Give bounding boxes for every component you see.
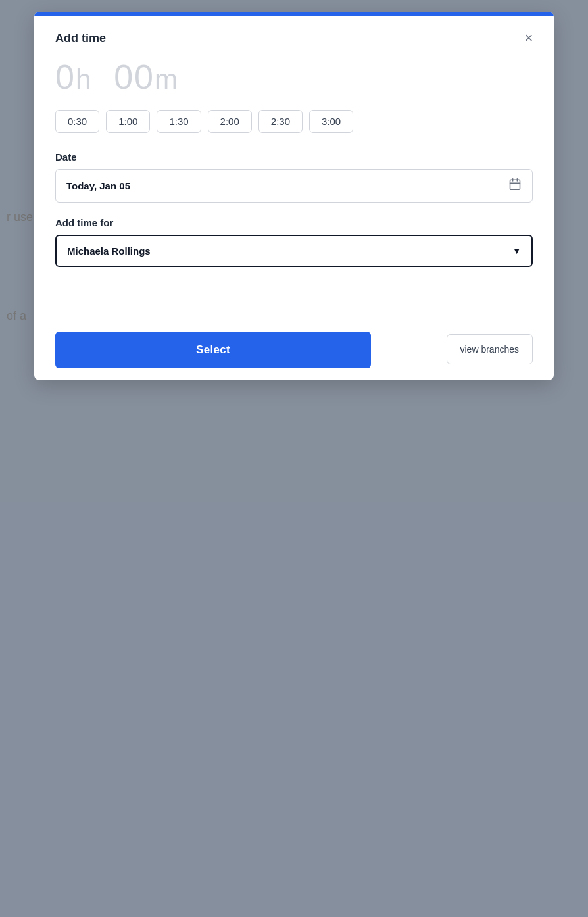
view-branches-button[interactable]: view branches [447,334,533,364]
date-field[interactable]: Today, Jan 05 [55,169,533,203]
select-button[interactable]: Select [55,332,371,368]
close-icon: × [525,30,533,47]
minutes-value: 00 [114,58,155,96]
modal-body: × Add time 0h 00m 0:30 1:00 1:30 2:00 2:… [34,16,554,380]
add-time-for-label: Add time for [55,217,533,228]
preset-130[interactable]: 1:30 [157,110,201,133]
date-value: Today, Jan 05 [66,180,130,191]
preset-200[interactable]: 2:00 [208,110,252,133]
modal-title: Add time [55,32,533,45]
add-time-modal: × Add time 0h 00m 0:30 1:00 1:30 2:00 2:… [34,12,554,380]
preset-230[interactable]: 2:30 [258,110,303,133]
preset-030[interactable]: 0:30 [55,110,99,133]
close-button[interactable]: × [517,26,541,50]
minutes-unit: m [155,64,179,95]
bg-text-of-a: of a [7,309,26,323]
date-section-label: Date [55,151,533,162]
user-dropdown[interactable]: Michaela Rollings ▼ [55,235,533,267]
svg-rect-0 [510,180,520,189]
preset-300[interactable]: 3:00 [309,110,353,133]
time-display: 0h 00m [55,57,533,97]
bg-text-use: r use [7,211,33,224]
preset-100[interactable]: 1:00 [106,110,150,133]
selected-user-text: Michaela Rollings [67,245,151,257]
hours-unit: h [76,64,92,95]
time-presets: 0:30 1:00 1:30 2:00 2:30 3:00 [55,110,533,133]
chevron-down-icon: ▼ [512,246,521,256]
calendar-icon [508,178,522,194]
select-btn-container: Select [55,332,371,368]
hours-value: 0 [55,58,76,96]
